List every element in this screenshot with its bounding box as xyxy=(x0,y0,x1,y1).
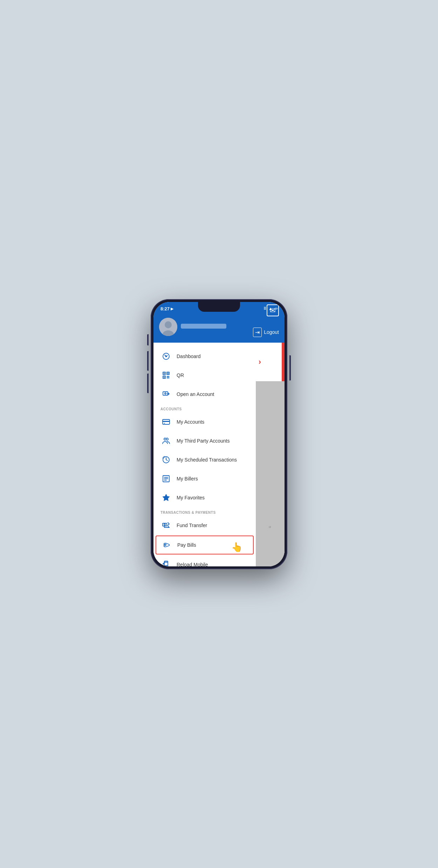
svg-rect-15 xyxy=(163,392,168,395)
svg-rect-9 xyxy=(167,373,169,374)
accounts-icon xyxy=(160,416,172,428)
fund-transfer-icon xyxy=(160,520,172,531)
sidebar-item-open-account[interactable]: Open an Account xyxy=(153,385,256,404)
reload-mobile-icon xyxy=(160,559,172,566)
svg-rect-14 xyxy=(168,377,169,378)
user-info xyxy=(181,324,253,330)
third-party-icon xyxy=(160,435,172,446)
username-blur xyxy=(181,324,226,329)
right-overlay: › n xyxy=(256,343,285,566)
location-arrow-icon: ▶ xyxy=(171,307,173,311)
sidebar-item-fund-transfer[interactable]: Fund Transfer xyxy=(153,516,256,535)
sidebar-item-qr[interactable]: QR xyxy=(153,366,256,385)
sidebar-item-favorites[interactable]: My Favorites xyxy=(153,488,256,507)
mail-icon[interactable]: ✉ xyxy=(267,304,279,316)
notch xyxy=(198,302,240,312)
red-accent xyxy=(282,343,285,381)
avatar xyxy=(159,318,177,336)
svg-point-22 xyxy=(166,438,168,440)
scheduled-icon xyxy=(160,454,172,465)
svg-marker-28 xyxy=(163,494,170,501)
sidebar-item-pay-bills[interactable]: Pay Bills 👆 xyxy=(156,536,254,554)
chevron-right-icon: › xyxy=(259,357,261,366)
sidebar: Dashboard xyxy=(153,343,256,566)
right-card-2: n xyxy=(256,381,285,566)
status-time: 8:27 ▶ xyxy=(160,306,173,311)
svg-point-1 xyxy=(165,321,172,328)
logout-button[interactable]: ⇥ Logout xyxy=(253,328,279,337)
sidebar-item-my-accounts[interactable]: My Accounts xyxy=(153,412,256,431)
dashboard-icon xyxy=(160,351,172,362)
phone-screen: 8:27 ▶ ⠿ ▲ xyxy=(153,302,285,566)
right-card-text: n xyxy=(268,526,272,528)
svg-point-16 xyxy=(165,393,166,394)
sidebar-item-dashboard[interactable]: Dashboard xyxy=(153,347,256,366)
signal-icon: ⠿ xyxy=(264,307,266,311)
screen-content: 8:27 ▶ ⠿ ▲ xyxy=(153,302,285,566)
accounts-section-header: ACCOUNTS xyxy=(153,404,256,412)
sidebar-item-billers[interactable]: My Billers xyxy=(153,469,256,488)
svg-point-31 xyxy=(165,544,166,545)
svg-rect-12 xyxy=(168,376,169,377)
phone-frame: 8:27 ▶ ⠿ ▲ xyxy=(151,299,287,569)
favorites-icon xyxy=(160,492,172,503)
svg-rect-11 xyxy=(167,376,168,377)
svg-point-4 xyxy=(166,356,167,357)
content-area: Dashboard xyxy=(153,343,285,566)
svg-rect-10 xyxy=(164,377,165,378)
logout-icon: ⇥ xyxy=(253,328,262,337)
pay-bills-icon xyxy=(161,539,172,551)
right-card-1: › xyxy=(256,343,285,381)
sidebar-item-third-party[interactable]: My Third Party Accounts xyxy=(153,431,256,450)
sidebar-item-reload-mobile[interactable]: Reload Mobile xyxy=(153,555,256,566)
svg-rect-8 xyxy=(164,373,165,374)
header: ✉ ⇥ Logout xyxy=(153,314,285,343)
open-account-icon xyxy=(160,389,172,400)
sidebar-item-scheduled[interactable]: My Scheduled Transactions xyxy=(153,450,256,469)
qr-icon xyxy=(160,370,172,381)
svg-rect-19 xyxy=(163,421,170,422)
cursor-hand-icon: 👆 xyxy=(231,541,242,552)
svg-rect-20 xyxy=(164,423,165,424)
svg-point-30 xyxy=(164,524,165,525)
transactions-section-header: TRANSACTIONS & PAYMENTS xyxy=(153,507,256,516)
billers-icon xyxy=(160,473,172,484)
svg-rect-13 xyxy=(167,377,168,378)
